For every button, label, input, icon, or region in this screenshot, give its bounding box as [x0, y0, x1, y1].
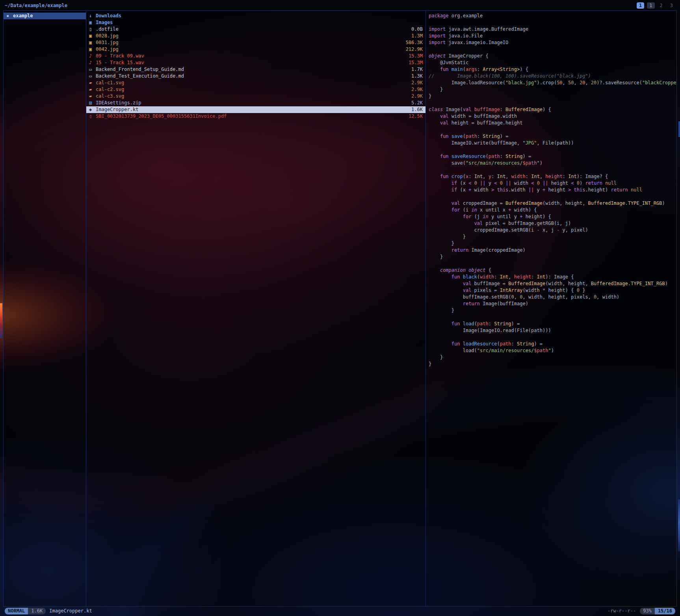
images-folder-icon: ▣ — [89, 19, 96, 26]
file-size: 1.7K — [411, 66, 423, 73]
file-row[interactable]: ↓Downloads — [86, 13, 425, 19]
file-list-pane[interactable]: ↓Downloads▣Images▯.dotfile0.0B▣0028.jpg1… — [86, 11, 426, 606]
file-row[interactable]: ▰cal-c3.svg2.9K — [86, 93, 425, 100]
code-line: val width = buffImage.width — [429, 113, 676, 120]
code-line: fun black(width: Int, height: Int): Imag… — [429, 274, 676, 280]
file-name: Backend_Test_Execution_Guide.md — [96, 73, 408, 80]
code-line: fun crop(x: Int, y: Int, width: Int, hei… — [429, 173, 676, 180]
code-line: } — [429, 86, 676, 93]
file-size: 15.3M — [409, 53, 423, 59]
image-file-icon: ▣ — [89, 46, 96, 53]
code-line: load("src/main/resources/$path") — [429, 347, 676, 354]
file-name: ImageCropper.kt — [96, 106, 408, 113]
code-line — [429, 334, 676, 341]
code-line: @JvmStatic — [429, 59, 676, 66]
file-row[interactable]: ♪15 - Track 15.wav15.3M — [86, 59, 425, 66]
scroll-percentage: 93% — [640, 608, 655, 614]
tab-4[interactable]: 3 — [668, 2, 675, 9]
code-line: fun saveResource(path: String) = — [429, 153, 676, 160]
code-line: fun main(args: Array<String>) { — [429, 66, 676, 73]
markdown-file-icon: ▭ — [89, 73, 96, 80]
code-line: val pixels = IntArray(width * height) { … — [429, 287, 676, 294]
svg-file-icon: ▰ — [89, 80, 96, 86]
tab-3[interactable]: 2 — [658, 2, 665, 9]
code-line — [429, 19, 676, 26]
file-row[interactable]: ◈ImageCropper.kt1.6K — [86, 106, 425, 113]
status-left: NORMAL 1.6K ImageCropper.kt — [5, 608, 92, 614]
file-size: 1.6K — [411, 106, 423, 113]
svg-file-icon: ▰ — [89, 93, 96, 100]
code-line — [429, 260, 676, 267]
file-name: .dotfile — [96, 26, 408, 33]
file-size: 15.3M — [409, 59, 423, 66]
code-line: val buffImage = BufferedImage(width, hei… — [429, 280, 676, 287]
file-row[interactable]: ▰cal-c2.svg2.9K — [86, 86, 425, 93]
kotlin-file-icon: ◈ — [89, 106, 96, 113]
image-file-icon: ▣ — [89, 39, 96, 46]
file-size: 0.0B — [411, 26, 423, 33]
file-row[interactable]: ▣0031.jpg586.3K — [86, 39, 425, 46]
code-line: class Image(val buffImage: BufferedImage… — [429, 106, 676, 113]
file-name: cal-c3.svg — [96, 93, 408, 100]
file-row[interactable]: ▯.dotfile0.0B — [86, 26, 425, 33]
code-line: buffImage.setRGB(0, 0, width, height, pi… — [429, 294, 676, 301]
file-row[interactable]: ▭Backend_Frontend_Setup_Guide.md1.7K — [86, 66, 425, 73]
audio-file-icon: ♪ — [89, 59, 96, 66]
file-name: IDEAsettings.zip — [96, 100, 408, 106]
code-line: val height = buffImage.height — [429, 120, 676, 126]
file-row[interactable]: ♪09 - Track 09.wav15.3M — [86, 53, 425, 59]
file-name: cal-c2.svg — [96, 86, 408, 93]
code-line — [429, 126, 676, 133]
file-name: cal-c1.svg — [96, 80, 408, 86]
svg-file-icon: ▰ — [89, 86, 96, 93]
code-line: fun load(path: String) = — [429, 321, 676, 327]
file-row[interactable]: ▣0042.jpg212.9K — [86, 46, 425, 53]
mode-indicator: NORMAL — [5, 608, 28, 614]
code-line: } — [429, 361, 676, 367]
file-size: 12.5K — [409, 113, 423, 120]
code-line: val pixel = buffImage.getRGB(i, j) — [429, 220, 676, 227]
code-line: save("src/main/resources/$path") — [429, 160, 676, 167]
cursor-position: 15/16 — [655, 608, 675, 614]
code-line: fun save(path: String) = — [429, 133, 676, 140]
code-line: croppedImage.setRGB(i - x, j - y, pixel) — [429, 227, 676, 234]
code-line: companion object { — [429, 267, 676, 274]
status-bar: NORMAL 1.6K ImageCropper.kt -rw-r--r-- 9… — [3, 607, 677, 615]
file-name: 0028.jpg — [96, 33, 408, 39]
file-size: 5.2K — [411, 100, 423, 106]
file-icon: ▯ — [89, 26, 96, 33]
breadcrumb: ~/Data/example/example — [5, 3, 67, 8]
file-name: Downloads — [96, 13, 420, 19]
file-size: 586.3K — [406, 39, 423, 46]
zip-file-icon: ▤ — [89, 100, 96, 106]
file-row[interactable]: ▣0028.jpg1.3M — [86, 33, 425, 39]
preview-pane[interactable]: package org.example import java.awt.imag… — [426, 11, 676, 606]
code-line: Image(ImageIO.read(File(path))) — [429, 327, 676, 334]
code-line: return Image(croppedImage) — [429, 247, 676, 254]
code-line: Image.loadResource("black.jpg").crop(50,… — [429, 80, 676, 86]
parent-dir-item[interactable]: ▪example — [4, 13, 86, 19]
code-line: ImageIO.write(buffImage, "JPG", File(pat… — [429, 140, 676, 147]
code-line: import java.awt.image.BufferedImage — [429, 26, 676, 33]
code-line: package org.example — [429, 13, 676, 19]
file-size-indicator: 1.6K — [28, 608, 46, 614]
top-bar: ~/Data/example/example 1123 — [3, 1, 677, 10]
file-row[interactable]: ▣Images — [86, 19, 425, 26]
tab-2[interactable]: 1 — [647, 2, 654, 9]
code-line: object ImageCropper { — [429, 53, 676, 59]
file-row[interactable]: ▯SBI_0032013739_2023_DE05_0003155631Invo… — [86, 113, 425, 120]
code-line: if (x < 0 || y < 0 || width < 0 || heigh… — [429, 180, 676, 187]
code-line — [429, 193, 676, 200]
file-row[interactable]: ▰cal-c1.svg2.9K — [86, 80, 425, 86]
file-name: 0031.jpg — [96, 39, 403, 46]
file-name: 0042.jpg — [96, 46, 403, 53]
tab-1[interactable]: 1 — [637, 2, 644, 9]
file-name: 15 - Track 15.wav — [96, 59, 405, 66]
downloads-folder-icon: ↓ — [89, 13, 96, 19]
code-line: for (j in y until y + height) { — [429, 213, 676, 220]
pdf-file-icon: ▯ — [89, 113, 96, 120]
file-permissions: -rw-r--r-- — [608, 608, 636, 614]
parent-pane[interactable]: ▪example — [4, 11, 86, 606]
file-row[interactable]: ▤IDEAsettings.zip5.2K — [86, 100, 425, 106]
file-row[interactable]: ▭Backend_Test_Execution_Guide.md1.3K — [86, 73, 425, 80]
